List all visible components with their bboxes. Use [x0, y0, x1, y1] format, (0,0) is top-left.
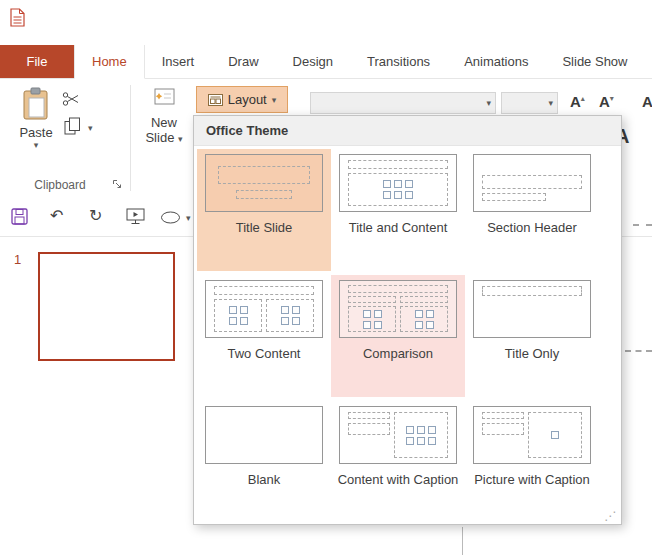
content-icons [281, 306, 300, 325]
tab-slide-show[interactable]: Slide Show [545, 45, 644, 78]
powerpoint-window: File Home Insert Draw Design Transitions… [0, 0, 652, 555]
layout-label: Title Slide [236, 220, 293, 236]
new-slide-label-line2: Slide ▾ [134, 130, 194, 145]
new-slide-icon [152, 87, 176, 107]
app-document-icon [10, 8, 25, 27]
layout-thumb-two-content [205, 280, 323, 338]
tab-transitions[interactable]: Transitions [350, 45, 447, 78]
layout-option-blank[interactable]: Blank [197, 401, 331, 523]
cut-button[interactable] [62, 91, 80, 107]
tab-home[interactable]: Home [74, 45, 145, 79]
caret-up-icon: ▴ [581, 94, 585, 103]
decrease-font-size-button[interactable]: A▾ [599, 93, 614, 110]
layout-label: Picture with Caption [474, 472, 590, 488]
picture-icon [551, 431, 559, 439]
layout-label: Layout [228, 92, 267, 107]
layout-label: Blank [248, 472, 281, 488]
layout-option-picture-with-caption[interactable]: Picture with Caption [465, 401, 599, 523]
tab-animations[interactable]: Animations [447, 45, 545, 78]
start-slideshow-icon[interactable] [126, 208, 146, 225]
tab-design[interactable]: Design [276, 45, 350, 78]
layout-option-two-content[interactable]: Two Content [197, 275, 331, 397]
font-size-chevron-icon: ▾ [548, 98, 553, 108]
placeholder-picture [528, 412, 582, 458]
layout-thumb-content-with-caption [339, 406, 457, 464]
content-icons [229, 306, 248, 325]
clipboard-group-label: Clipboard [8, 178, 112, 192]
slide-number: 1 [14, 252, 21, 267]
layout-option-title-only[interactable]: Title Only [465, 275, 599, 397]
layout-label: Comparison [363, 346, 433, 362]
font-name-combo[interactable]: ▾ [310, 92, 496, 114]
placeholder-content-left [348, 306, 396, 332]
placeholder-title [214, 286, 314, 295]
placeholder-heading-left [348, 296, 396, 303]
layout-option-section-header[interactable]: Section Header [465, 149, 599, 271]
placeholder-subtitle [236, 190, 292, 199]
paste-label: Paste [6, 125, 66, 140]
layout-label: Section Header [487, 220, 577, 236]
font-size-combo[interactable]: ▾ [501, 92, 558, 114]
placeholder-content [348, 173, 448, 206]
layout-option-content-with-caption[interactable]: Content with Caption [331, 401, 465, 523]
font-name-chevron-icon: ▾ [486, 98, 491, 108]
tab-insert[interactable]: Insert [145, 45, 212, 78]
clear-formatting-button[interactable]: A [642, 93, 652, 110]
placeholder-content-left [214, 299, 262, 332]
placeholder-title [348, 412, 390, 419]
layout-option-title-and-content[interactable]: Title and Content [331, 149, 465, 271]
placeholder-text [482, 193, 546, 201]
placeholder-fragment [462, 527, 463, 555]
undo-icon[interactable]: ↶ [50, 208, 63, 224]
placeholder-content-right [266, 299, 314, 332]
tab-draw[interactable]: Draw [211, 45, 275, 78]
layout-gallery: Title Slide Title and Content [194, 146, 621, 523]
paste-chevron-icon: ▾ [6, 140, 66, 150]
layout-button[interactable]: Layout ▾ [196, 86, 288, 113]
content-icons [383, 180, 413, 199]
menu-resize-grip[interactable]: ⋰ [604, 509, 616, 523]
placeholder-fragment [633, 224, 652, 226]
shapes-icon[interactable] [160, 211, 182, 224]
placeholder-title [482, 175, 582, 189]
copy-button[interactable] [64, 117, 81, 135]
layout-option-comparison[interactable]: Comparison [331, 275, 465, 397]
placeholder-heading-right [400, 296, 448, 303]
placeholder-title [482, 286, 582, 296]
new-slide-chevron-icon: ▾ [178, 134, 183, 144]
caret-down-icon: ▾ [610, 94, 614, 103]
layout-label: Title Only [505, 346, 559, 362]
shapes-chevron-icon[interactable]: ▾ [186, 213, 191, 223]
placeholder-title [348, 160, 448, 169]
layout-thumb-title-slide [205, 154, 323, 212]
content-icons [415, 310, 434, 329]
placeholder-title [482, 412, 524, 419]
layout-thumb-title-and-content [339, 154, 457, 212]
redo-icon[interactable]: ↻ [89, 208, 102, 224]
layout-thumb-title-only [473, 280, 591, 338]
placeholder-content [394, 412, 448, 458]
placeholder-content-right [400, 306, 448, 332]
save-icon[interactable] [11, 208, 29, 226]
copy-chevron-icon[interactable]: ▾ [88, 123, 93, 133]
layout-thumb-picture-with-caption [473, 406, 591, 464]
layout-icon [208, 94, 223, 106]
placeholder-title [348, 285, 448, 293]
placeholder-fragment [625, 350, 652, 352]
group-separator [130, 85, 131, 191]
clipboard-dialog-launcher-icon[interactable] [112, 179, 122, 189]
paste-button[interactable]: Paste ▾ [6, 83, 66, 183]
new-slide-button[interactable]: New Slide ▾ [134, 83, 194, 183]
paste-clipboard-icon [22, 87, 50, 121]
slide-thumbnail[interactable] [38, 252, 175, 361]
layout-menu-header: Office Theme [194, 116, 621, 146]
tab-file[interactable]: File [0, 45, 74, 78]
placeholder-text [482, 423, 524, 435]
placeholder-title [218, 166, 310, 184]
increase-font-size-button[interactable]: A▴ [570, 93, 585, 110]
layout-label: Title and Content [349, 220, 448, 236]
layout-gallery-menu: Office Theme Title Slide [193, 115, 622, 525]
content-icons [363, 310, 382, 329]
layout-option-title-slide[interactable]: Title Slide [197, 149, 331, 271]
layout-thumb-section-header [473, 154, 591, 212]
